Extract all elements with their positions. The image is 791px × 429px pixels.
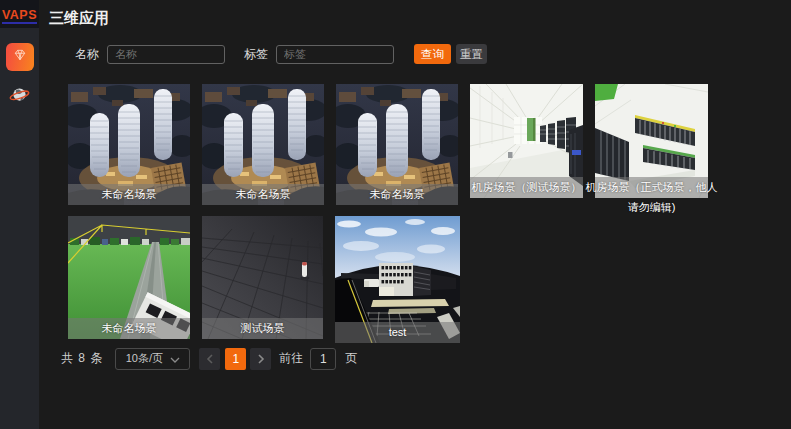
next-page-button[interactable]	[250, 348, 271, 370]
scene-card-2[interactable]: 未命名场景	[202, 84, 324, 205]
gem-icon	[13, 48, 27, 66]
scene-title: 未命名场景	[102, 184, 157, 204]
tag-label: 标签	[244, 46, 268, 63]
scene-card-1[interactable]: 未命名场景	[68, 84, 190, 205]
scene-card-5[interactable]: 机房场景（正式场景，他人 请勿编辑)	[595, 84, 708, 198]
logo-area: VAPS	[0, 0, 39, 28]
scene-card-8[interactable]: test	[335, 216, 460, 343]
name-input[interactable]	[107, 45, 225, 64]
filter-bar: 名称 标签 查询 重置	[75, 44, 487, 64]
scene-title: 未命名场景	[370, 184, 425, 204]
name-label: 名称	[75, 46, 99, 63]
scene-title: 未命名场景	[102, 318, 157, 338]
tag-input[interactable]	[276, 45, 394, 64]
page-size-value: 10条/页	[126, 351, 163, 366]
scene-card-3[interactable]: 未命名场景	[336, 84, 458, 205]
jump-label: 前往	[279, 350, 303, 367]
scene-title: 机房场景（测试场景）	[472, 177, 582, 197]
scene-title: 机房场景（正式场景，他人 请勿编辑)	[586, 177, 718, 217]
scene-title: test	[389, 322, 407, 342]
page-title: 三维应用	[49, 9, 109, 28]
chevron-left-icon	[206, 350, 214, 368]
main-content: 三维应用 名称 标签 查询 重置 未命名场景 未命名场景 未命名场景 机房场景（…	[39, 0, 791, 429]
total-count: 共 8 条	[61, 350, 103, 367]
sidebar-item-earth[interactable]	[8, 84, 32, 108]
sidebar-item-scene-library[interactable]	[6, 43, 34, 71]
sidebar: VAPS	[0, 0, 39, 429]
scene-title: 测试场景	[241, 318, 285, 338]
page-button-1[interactable]: 1	[225, 348, 246, 370]
page-size-select[interactable]: 10条/页	[115, 348, 190, 370]
scene-card-6[interactable]: 未命名场景	[68, 216, 190, 339]
scene-card-7[interactable]: 测试场景	[202, 216, 323, 339]
reset-button[interactable]: 重置	[456, 44, 487, 64]
prev-page-button[interactable]	[199, 348, 220, 370]
scene-grid-row-1: 未命名场景 未命名场景 未命名场景 机房场景（测试场景） 机房场景（正式场景，他…	[68, 84, 708, 205]
jump-unit: 页	[345, 350, 357, 367]
scene-card-4[interactable]: 机房场景（测试场景）	[470, 84, 583, 198]
pagination: 共 8 条 10条/页 1 前往 页	[61, 347, 357, 370]
scene-grid-row-2: 未命名场景 测试场景 test	[68, 216, 460, 343]
jump-page-input[interactable]	[310, 348, 336, 370]
app-logo: VAPS	[2, 9, 37, 24]
chevron-right-icon	[257, 350, 265, 368]
chevron-down-icon	[170, 353, 180, 365]
globe-icon	[9, 84, 30, 109]
search-button[interactable]: 查询	[414, 44, 451, 64]
scene-title: 未命名场景	[236, 184, 291, 204]
